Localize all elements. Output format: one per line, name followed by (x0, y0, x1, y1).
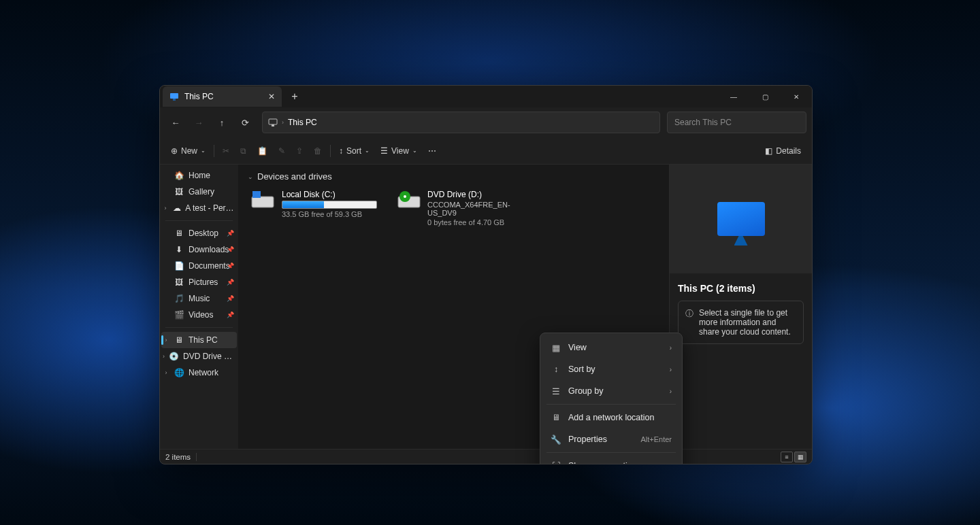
chevron-right-icon[interactable]: › (163, 353, 165, 360)
grid-icon: ▦ (551, 343, 561, 353)
nav-music[interactable]: 🎵Music📌 (161, 290, 237, 307)
ctx-sort-by[interactable]: ↕Sort by› (544, 358, 679, 380)
ctx-show-more-options[interactable]: ⛶Show more options (544, 455, 679, 464)
svg-rect-5 (252, 191, 261, 198)
this-pc-icon: 🖥 (174, 335, 184, 345)
nav-desktop[interactable]: 🖥Desktop📌 (161, 225, 237, 241)
wrench-icon: 🔧 (551, 435, 561, 445)
drives-list: Local Disk (C:) 33.5 GB free of 59.3 GB … (248, 187, 659, 229)
nav-dvd-drive[interactable]: ›💿DVD Drive (D:) CCCOMA_X64FRE_EN-US_DV9 (161, 348, 237, 365)
tab-this-pc[interactable]: This PC ✕ (163, 86, 282, 107)
chevron-down-icon: ⌄ (201, 148, 206, 154)
nav-documents[interactable]: 📄Documents📌 (161, 258, 237, 274)
nav-videos[interactable]: 🎬Videos📌 (161, 307, 237, 323)
nav-home[interactable]: 🏠Home (161, 167, 237, 184)
pin-icon: 📌 (227, 230, 234, 237)
drive-name: DVD Drive (D:) (427, 190, 528, 199)
pin-icon: 📌 (227, 295, 234, 302)
share-icon: ⇪ (296, 146, 303, 156)
pin-icon: 📌 (227, 311, 234, 318)
new-tab-button[interactable]: + (284, 90, 305, 103)
drive-info: Local Disk (C:) 33.5 GB free of 59.3 GB (282, 190, 377, 226)
chevron-down-icon: ⌄ (365, 148, 370, 154)
nav-network[interactable]: ›🌐Network (161, 365, 237, 381)
network-icon: 🌐 (174, 368, 184, 377)
svg-point-8 (404, 195, 406, 198)
chevron-right-icon[interactable]: › (163, 205, 168, 211)
svg-rect-1 (173, 99, 176, 101)
pin-icon: 📌 (227, 246, 234, 253)
view-button[interactable]: ☰ View ⌄ (375, 141, 423, 161)
minimize-button[interactable]: — (718, 86, 749, 107)
ctx-group-by[interactable]: ☰Group by› (544, 380, 679, 402)
this-pc-icon (169, 92, 179, 101)
hard-disk-icon (250, 190, 275, 209)
chevron-right-icon[interactable]: › (163, 337, 169, 343)
downloads-icon: ⬇ (174, 245, 184, 254)
nav-gallery[interactable]: 🖼Gallery (161, 184, 237, 200)
separator (165, 220, 233, 221)
group-icon: ☰ (551, 386, 561, 396)
delete-button[interactable]: 🗑 (308, 141, 327, 161)
address-bar[interactable]: › This PC (262, 112, 660, 133)
nav-pictures[interactable]: 🖼Pictures📌 (161, 274, 237, 290)
chevron-right-icon: › (670, 344, 672, 352)
separator (214, 145, 214, 157)
breadcrumb-this-pc[interactable]: This PC (288, 118, 317, 127)
status-bar: 2 items ≡ ▦ (160, 449, 812, 464)
content-area[interactable]: ⌄ Devices and drives Local Disk (C:) 33.… (238, 165, 669, 449)
chevron-right-icon[interactable]: › (163, 369, 169, 376)
view-tiles-button[interactable]: ▦ (794, 452, 806, 462)
details-pane-button[interactable]: ◧ Details (760, 141, 806, 161)
details-title: This PC (2 items) (670, 273, 764, 301)
plus-circle-icon: ⊕ (171, 146, 178, 156)
sort-button[interactable]: ↕ Sort ⌄ (333, 141, 375, 161)
maximize-button[interactable]: ▢ (749, 86, 781, 107)
pin-icon: 📌 (227, 279, 234, 286)
search-input[interactable] (668, 118, 806, 127)
paste-icon: 📋 (257, 146, 267, 156)
search-box[interactable] (667, 112, 806, 133)
home-icon: 🏠 (174, 171, 184, 180)
copy-button[interactable]: ⧉ (235, 141, 252, 161)
drive-dvd-d[interactable]: DVD Drive (D:) CCCOMA_X64FRE_EN-US_DV9 0… (395, 187, 531, 229)
ctx-view[interactable]: ▦View› (544, 337, 679, 358)
file-explorer-window: This PC ✕ + — ▢ ✕ ← → ↑ ⟳ › This PC ⊕ Ne… (159, 85, 813, 464)
nav-this-pc[interactable]: ›🖥This PC (161, 332, 237, 348)
storage-bar (282, 201, 377, 209)
pin-icon: 📌 (227, 262, 234, 269)
close-window-button[interactable]: ✕ (781, 86, 812, 107)
share-button[interactable]: ⇪ (291, 141, 308, 161)
chevron-right-icon: › (670, 388, 672, 395)
refresh-button[interactable]: ⟳ (235, 112, 255, 133)
tab-close-icon[interactable]: ✕ (268, 92, 275, 101)
cut-button[interactable]: ✂ (217, 141, 235, 161)
group-header-devices[interactable]: ⌄ Devices and drives (248, 171, 659, 182)
back-button[interactable]: ← (165, 112, 186, 133)
drive-local-disk-c[interactable]: Local Disk (C:) 33.5 GB free of 59.3 GB (248, 187, 384, 229)
new-button[interactable]: ⊕ New ⌄ (165, 141, 211, 161)
rename-button[interactable]: ✎ (273, 141, 291, 161)
status-item-count: 2 items (165, 453, 191, 461)
view-switcher: ≡ ▦ (781, 452, 806, 462)
nav-onedrive[interactable]: ›☁A test - Personal (161, 200, 237, 216)
paste-button[interactable]: 📋 (252, 141, 273, 161)
ctx-properties[interactable]: 🔧PropertiesAlt+Enter (544, 428, 679, 450)
forward-button[interactable]: → (189, 112, 209, 133)
up-button[interactable]: ↑ (212, 112, 232, 133)
nav-downloads[interactable]: ⬇Downloads📌 (161, 241, 237, 258)
ctx-add-network-location[interactable]: 🖥Add a network location (544, 407, 679, 428)
documents-icon: 📄 (174, 261, 184, 271)
sort-icon: ↕ (551, 365, 561, 374)
view-list-button[interactable]: ≡ (781, 452, 793, 462)
dvd-drive-icon (397, 190, 421, 209)
separator (330, 145, 331, 157)
more-button[interactable]: ⋯ (423, 141, 442, 161)
toolbar: ⊕ New ⌄ ✂ ⧉ 📋 ✎ ⇪ 🗑 ↕ Sort ⌄ ☰ View ⌄ ⋯ … (160, 137, 812, 165)
desktop-icon: 🖥 (174, 228, 184, 238)
pictures-icon: 🖼 (174, 277, 184, 287)
ellipsis-icon: ⋯ (428, 146, 436, 156)
chevron-down-icon: ⌄ (412, 148, 417, 154)
navigation-pane: 🏠Home 🖼Gallery ›☁A test - Personal 🖥Desk… (160, 165, 238, 449)
separator (546, 452, 676, 453)
